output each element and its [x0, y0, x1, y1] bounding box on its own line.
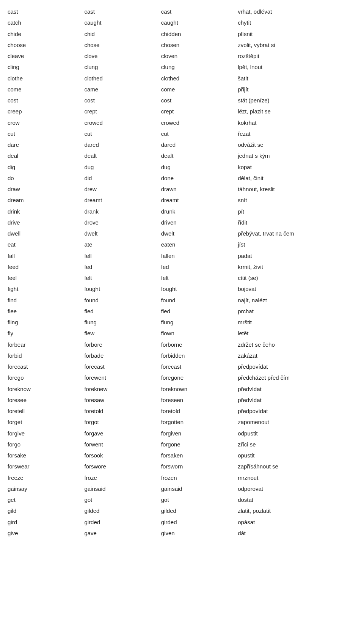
table-row: chidechidchiddenplísnit	[8, 28, 356, 39]
table-cell-translation: odvážit se	[238, 139, 356, 150]
table-row: findfoundfoundnajít, nalézt	[8, 295, 356, 306]
table-cell-infinitive: dwell	[8, 228, 84, 239]
table-row: castcastcastvrhat, odlévat	[8, 6, 356, 17]
table-cell-infinitive: creep	[8, 106, 84, 117]
table-cell-past-simple: girded	[84, 517, 161, 528]
table-row: freezefrozefrozenmrznout	[8, 472, 356, 483]
table-cell-infinitive: forswear	[8, 461, 84, 472]
table-cell-past-participle: forbidden	[161, 350, 238, 361]
table-cell-past-participle: chosen	[161, 39, 238, 50]
table-cell-past-simple: forwent	[84, 439, 161, 450]
table-row: forgiveforgaveforgivenodpustit	[8, 428, 356, 439]
table-cell-past-simple: clung	[84, 61, 161, 72]
table-cell-translation: táhnout, kreslit	[238, 184, 356, 195]
table-cell-infinitive: give	[8, 528, 84, 539]
table-row: fleefledfledprchat	[8, 306, 356, 317]
table-cell-translation: zapomenout	[238, 416, 356, 427]
table-cell-translation: zapřísáhnout se	[238, 461, 356, 472]
verb-conjugation-table: castcastcastvrhat, odlévatcatchcaughtcau…	[8, 6, 356, 539]
table-cell-infinitive: drive	[8, 217, 84, 228]
table-cell-past-simple: dealt	[84, 150, 161, 161]
table-cell-infinitive: choose	[8, 39, 84, 50]
table-cell-translation: dělat, činit	[238, 173, 356, 184]
table-cell-past-participle: found	[161, 295, 238, 306]
table-cell-infinitive: do	[8, 173, 84, 184]
table-row: drivedrovedrivenřídit	[8, 217, 356, 228]
table-cell-infinitive: dream	[8, 195, 84, 206]
table-cell-infinitive: feed	[8, 261, 84, 272]
table-cell-past-simple: drank	[84, 206, 161, 217]
table-cell-past-simple: clothed	[84, 73, 161, 84]
table-cell-past-participle: dwelt	[161, 228, 238, 239]
table-cell-past-simple: foreknew	[84, 383, 161, 394]
table-cell-past-simple: chid	[84, 28, 161, 39]
table-cell-past-simple: drew	[84, 184, 161, 195]
table-cell-infinitive: forgo	[8, 439, 84, 450]
table-cell-translation: zříci se	[238, 439, 356, 450]
table-cell-translation: odporovat	[238, 483, 356, 494]
table-cell-past-simple: forgave	[84, 428, 161, 439]
table-cell-past-simple: crowed	[84, 117, 161, 128]
table-cell-translation: mrštit	[238, 317, 356, 328]
table-cell-infinitive: crow	[8, 117, 84, 128]
table-cell-past-simple: came	[84, 84, 161, 95]
table-row: dwelldweltdweltpřebývat, trvat na čem	[8, 228, 356, 239]
table-cell-past-participle: forgiven	[161, 428, 238, 439]
table-cell-infinitive: cling	[8, 61, 84, 72]
table-cell-past-participle: driven	[161, 217, 238, 228]
table-cell-translation: snít	[238, 195, 356, 206]
table-cell-past-participle: caught	[161, 17, 238, 28]
table-cell-past-participle: dealt	[161, 150, 238, 161]
table-row: daredareddaredodvážit se	[8, 139, 356, 150]
table-cell-translation: zlatit, pozlatit	[238, 505, 356, 516]
table-cell-past-simple: forswore	[84, 461, 161, 472]
table-cell-translation: zakázat	[238, 350, 356, 361]
table-cell-translation: odpustit	[238, 428, 356, 439]
table-row: dealdealtdealtjednat s kým	[8, 150, 356, 161]
table-cell-past-simple: clove	[84, 50, 161, 61]
table-row: drawdrewdrawntáhnout, kreslit	[8, 184, 356, 195]
table-cell-past-participle: clung	[161, 61, 238, 72]
table-row: foreseeforesawforeseenpředvídat	[8, 394, 356, 405]
table-row: cleavecloveclovenrozštěpit	[8, 50, 356, 61]
table-row: foregoforewentforegonepředcházet před čí…	[8, 372, 356, 383]
table-cell-past-participle: foreseen	[161, 394, 238, 405]
table-cell-infinitive: forbear	[8, 339, 84, 350]
table-cell-past-simple: cost	[84, 95, 161, 106]
table-cell-past-simple: forewent	[84, 372, 161, 383]
table-cell-past-participle: come	[161, 84, 238, 95]
table-cell-translation: zdržet se čeho	[238, 339, 356, 350]
table-cell-translation: padat	[238, 250, 356, 261]
table-cell-infinitive: fight	[8, 283, 84, 294]
table-cell-past-participle: crowed	[161, 117, 238, 128]
table-row: cutcutcutřezat	[8, 128, 356, 139]
table-cell-translation: bojovat	[238, 283, 356, 294]
table-cell-translation: vrhat, odlévat	[238, 6, 356, 17]
table-cell-past-participle: forecast	[161, 361, 238, 372]
table-cell-infinitive: fall	[8, 250, 84, 261]
table-cell-past-participle: dreamt	[161, 195, 238, 206]
table-cell-past-participle: drawn	[161, 184, 238, 195]
table-cell-past-participle: cloven	[161, 50, 238, 61]
table-cell-past-participle: cost	[161, 95, 238, 106]
table-cell-past-simple: got	[84, 494, 161, 505]
table-cell-past-participle: foregone	[161, 372, 238, 383]
table-cell-infinitive: drink	[8, 206, 84, 217]
table-cell-past-participle: girded	[161, 517, 238, 528]
table-row: choosechosechosenzvolit, vybrat si	[8, 39, 356, 50]
table-cell-translation: předpovídat	[238, 361, 356, 372]
table-cell-translation: krmit, živit	[238, 261, 356, 272]
table-cell-past-simple: chose	[84, 39, 161, 50]
table-cell-translation: předvídat	[238, 383, 356, 394]
table-cell-past-participle: dug	[161, 162, 238, 173]
table-row: fightfoughtfoughtbojovat	[8, 283, 356, 294]
table-cell-infinitive: forsake	[8, 450, 84, 461]
table-cell-translation: kokrhat	[238, 117, 356, 128]
table-row: fallfellfallenpadat	[8, 250, 356, 261]
table-cell-past-participle: eaten	[161, 239, 238, 250]
table-row: gildgildedgildedzlatit, pozlatit	[8, 505, 356, 516]
table-row: forbearforboreforbornezdržet se čeho	[8, 339, 356, 350]
table-cell-past-simple: cut	[84, 128, 161, 139]
table-cell-infinitive: forgive	[8, 428, 84, 439]
table-cell-past-participle: chidden	[161, 28, 238, 39]
